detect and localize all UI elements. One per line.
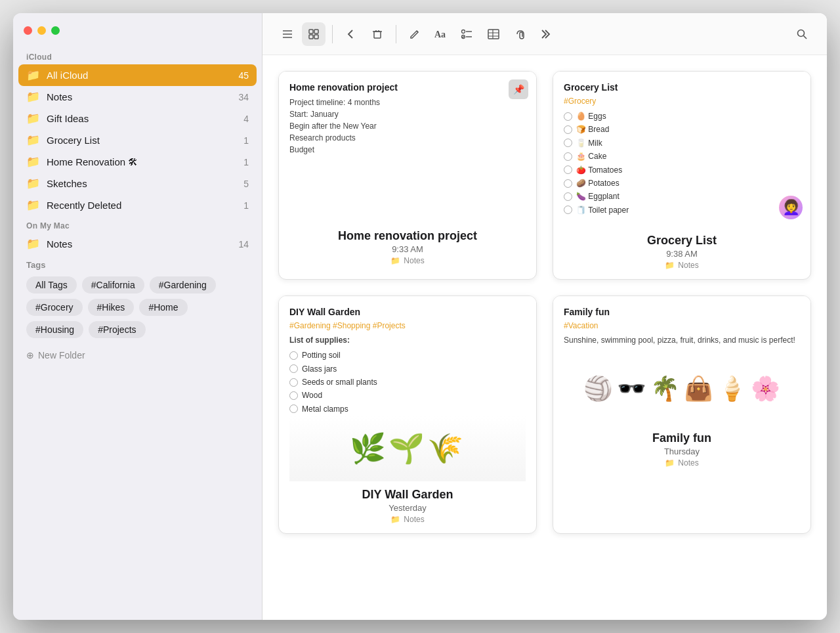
note-footer: DIY Wall Garden Yesterday 📁 Notes xyxy=(279,481,536,533)
tag-home[interactable]: #Home xyxy=(139,299,187,316)
more-button[interactable] xyxy=(534,22,558,46)
folder-name: Notes xyxy=(678,458,698,468)
sidebar-item-mac-notes[interactable]: 📁 Notes 14 xyxy=(18,233,257,255)
folder-small-icon: 📁 xyxy=(390,515,400,524)
note-footer-title: Family fun xyxy=(561,431,803,445)
close-button[interactable] xyxy=(24,26,32,35)
minimize-button[interactable] xyxy=(37,26,46,35)
check-circle xyxy=(564,112,572,121)
sidebar-item-count: 45 xyxy=(238,70,249,81)
note-tag: #Gardening #Shopping #Projects xyxy=(289,321,526,330)
sidebar-item-label: Notes xyxy=(47,238,232,250)
folder-small-icon: 📁 xyxy=(390,256,400,265)
table-button[interactable] xyxy=(482,22,505,46)
sidebar-item-grocery-list[interactable]: 📁 Grocery List 1 xyxy=(18,129,257,151)
checklist-item: 🍅 Tomatoes xyxy=(564,164,800,177)
folder-name: Notes xyxy=(678,261,698,270)
checklist-item: 🍞 Bread xyxy=(564,123,800,136)
trash-icon xyxy=(371,28,383,40)
note-footer-folder: 📁 Notes xyxy=(287,256,528,265)
checklist-item: 🧻 Toilet paper xyxy=(564,204,800,217)
folder-icon: 📁 xyxy=(26,90,40,104)
note-footer-folder: 📁 Notes xyxy=(561,458,803,468)
tag-hikes[interactable]: #Hikes xyxy=(88,299,135,316)
note-body-header: List of supplies: xyxy=(289,334,526,346)
check-circle xyxy=(564,206,572,214)
titlebar xyxy=(13,13,262,47)
table-icon xyxy=(487,28,500,40)
svg-point-13 xyxy=(462,30,465,33)
maximize-button[interactable] xyxy=(51,26,60,35)
note-card-diy-wall-garden[interactable]: DIY Wall Garden #Gardening #Shopping #Pr… xyxy=(278,295,537,534)
checklist-item: Glass jars xyxy=(289,362,526,376)
svg-rect-17 xyxy=(488,30,499,39)
note-footer-folder: 📁 Notes xyxy=(561,261,803,270)
search-button[interactable] xyxy=(790,22,814,46)
back-button[interactable] xyxy=(339,22,363,46)
format-icon: Aa xyxy=(434,28,448,40)
check-circle xyxy=(289,391,298,400)
sidebar-item-all-icloud[interactable]: 📁 All iCloud 45 xyxy=(18,64,257,86)
note-footer-time: 9:33 AM xyxy=(287,244,528,254)
toolbar: Aa xyxy=(262,13,827,55)
sidebar-item-count: 14 xyxy=(238,239,249,250)
note-footer-title: Grocery List xyxy=(561,234,803,248)
delete-button[interactable] xyxy=(366,22,389,46)
checklist-button[interactable] xyxy=(455,22,479,46)
compose-button[interactable] xyxy=(403,22,427,46)
sidebar-item-home-renovation[interactable]: 📁 Home Renovation 🛠 1 xyxy=(18,151,257,173)
new-folder-label: New Folder xyxy=(38,350,85,360)
check-circle xyxy=(289,364,298,373)
note-preview: Grocery List #Grocery 🥚 Eggs 🍞 Bread 🥛 M… xyxy=(553,72,810,227)
chevron-left-icon xyxy=(345,28,357,40)
note-footer-title: DIY Wall Garden xyxy=(287,488,528,502)
attachment-button[interactable] xyxy=(508,22,532,46)
user-avatar: 👩‍🦱 xyxy=(779,196,803,219)
tag-california[interactable]: #California xyxy=(82,276,144,294)
sidebar-item-count: 1 xyxy=(243,157,249,167)
note-footer-time: Thursday xyxy=(561,447,803,456)
note-body: Sunshine, swimming pool, pizza, fruit, d… xyxy=(564,334,800,346)
check-circle xyxy=(564,192,572,201)
sidebar-item-notes[interactable]: 📁 Notes 34 xyxy=(18,86,257,108)
grid-view-button[interactable] xyxy=(302,22,326,46)
sidebar-item-sketches[interactable]: 📁 Sketches 5 xyxy=(18,173,257,194)
svg-rect-3 xyxy=(309,30,313,33)
sidebar-item-label: Recently Deleted xyxy=(47,200,237,211)
tag-housing[interactable]: #Housing xyxy=(26,321,83,338)
checklist-icon xyxy=(461,28,474,40)
icloud-section-label: iCloud xyxy=(18,47,257,64)
svg-text:Aa: Aa xyxy=(434,30,446,39)
note-card-grocery-list[interactable]: Grocery List #Grocery 🥚 Eggs 🍞 Bread 🥛 M… xyxy=(553,71,811,280)
svg-rect-4 xyxy=(314,30,318,33)
note-card-family-fun[interactable]: Family fun #Vacation Sunshine, swimming … xyxy=(553,295,811,534)
tag-all-tags[interactable]: All Tags xyxy=(26,276,77,294)
tag-projects[interactable]: #Projects xyxy=(89,321,145,338)
check-circle xyxy=(564,179,572,188)
format-button[interactable]: Aa xyxy=(429,22,453,46)
new-folder-button[interactable]: ⊕ New Folder xyxy=(18,343,257,367)
folder-icon: 📁 xyxy=(26,198,40,212)
note-footer-time: 9:38 AM xyxy=(561,249,803,259)
search-icon xyxy=(796,28,808,40)
grid-icon xyxy=(308,28,320,40)
folder-small-icon: 📁 xyxy=(665,458,675,468)
pin-button[interactable]: 📌 xyxy=(509,79,528,99)
toolbar-divider-1 xyxy=(332,25,333,43)
note-card-home-renovation[interactable]: Home renovation project Project timeline… xyxy=(278,71,537,280)
sidebar-item-count: 1 xyxy=(243,135,249,146)
svg-line-22 xyxy=(804,35,807,39)
note-footer-time: Yesterday xyxy=(287,503,528,513)
list-view-button[interactable] xyxy=(276,22,299,46)
plus-circle-icon: ⊕ xyxy=(26,350,34,360)
checklist-item: 🥔 Potatoes xyxy=(564,177,800,190)
attachment-icon xyxy=(513,28,526,40)
sidebar-item-recently-deleted[interactable]: 📁 Recently Deleted 1 xyxy=(18,194,257,216)
tag-gardening[interactable]: #Gardening xyxy=(150,276,216,294)
sidebar-item-label: Notes xyxy=(47,91,232,102)
checklist-item: Metal clamps xyxy=(289,403,526,416)
tag-grocery[interactable]: #Grocery xyxy=(26,299,83,316)
tags-grid: All Tags #California #Gardening #Grocery… xyxy=(26,276,249,338)
sidebar-item-gift-ideas[interactable]: 📁 Gift Ideas 4 xyxy=(18,108,257,129)
folder-icon: 📁 xyxy=(26,155,40,169)
